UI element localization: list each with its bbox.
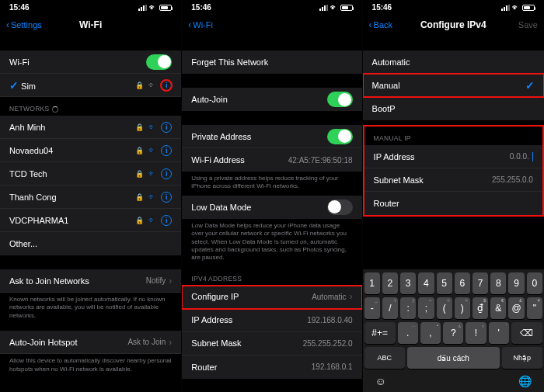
- autojoin-toggle[interactable]: [327, 92, 353, 107]
- check-icon: ✓: [525, 79, 535, 92]
- key-backspace[interactable]: ⌫: [511, 322, 542, 344]
- navbar: ‹Back Configure IPv4 Save: [363, 13, 544, 36]
- networks-header: NETWORKS: [0, 97, 181, 116]
- lock-icon: 🔒: [135, 147, 144, 154]
- lowdata-toggle[interactable]: [327, 199, 353, 215]
- option-manual[interactable]: Manual✓: [363, 74, 544, 97]
- status-bar: 15:46 ᯤ: [0, 0, 181, 13]
- key-symbols[interactable]: #+=: [364, 322, 396, 344]
- ipv4-header: IPV4 ADDRESS: [182, 267, 361, 286]
- info-icon[interactable]: i: [161, 145, 172, 156]
- key[interactable]: 1: [364, 272, 380, 294]
- navbar: ‹Wi-Fi: [182, 13, 361, 36]
- back-button[interactable]: ‹Settings: [6, 19, 42, 30]
- network-row[interactable]: Thanh Cong🔒ᯤi: [0, 186, 181, 209]
- lowdata-row[interactable]: Low Data Mode: [182, 196, 361, 219]
- option-bootp[interactable]: BootP: [363, 97, 544, 120]
- wifi-toggle-row[interactable]: Wi-Fi: [0, 50, 181, 74]
- save-button[interactable]: Save: [518, 20, 538, 29]
- network-row[interactable]: VDCPHARMA1🔒ᯤi: [0, 209, 181, 232]
- key[interactable]: 0: [527, 272, 542, 294]
- key[interactable]: ~;: [418, 297, 434, 319]
- key[interactable]: ¿?: [443, 322, 463, 344]
- check-icon: ✓: [9, 79, 19, 92]
- info-icon[interactable]: i: [161, 192, 172, 203]
- private-note: Using a private address helps reduce tra…: [182, 172, 361, 196]
- status-time: 15:46: [9, 3, 30, 12]
- network-row[interactable]: Anh Minh🔒ᯤi: [0, 116, 181, 139]
- key[interactable]: €&: [490, 297, 506, 319]
- key[interactable]: 6: [455, 272, 470, 294]
- key[interactable]: 2: [382, 272, 398, 294]
- subnet-field[interactable]: Subnet Mask255.255.0.0: [364, 168, 542, 192]
- key-space[interactable]: dấu cách: [407, 347, 500, 369]
- connected-network-row[interactable]: ✓ Sim 🔒 ᯤ i: [0, 74, 181, 97]
- configure-ip-row[interactable]: Configure IP Automatic›: [182, 286, 361, 309]
- keyboard[interactable]: 1234567890 _-\/|:~;<(>)$₫€&£@¥" #+= ….•,…: [363, 269, 544, 392]
- key[interactable]: |:: [400, 297, 416, 319]
- key[interactable]: 3: [400, 272, 416, 294]
- wifi-icon: ᯤ: [148, 169, 156, 178]
- key[interactable]: 8: [490, 272, 506, 294]
- forget-network-row[interactable]: Forget This Network: [182, 50, 361, 74]
- key[interactable]: _-: [364, 297, 380, 319]
- key[interactable]: ’': [489, 322, 509, 344]
- spinner-icon: [52, 106, 58, 113]
- back-button[interactable]: ‹Wi-Fi: [188, 19, 213, 30]
- key[interactable]: >): [455, 297, 470, 319]
- network-name: Anh Minh: [9, 123, 45, 132]
- option-automatic[interactable]: Automatic: [363, 50, 544, 74]
- page-title: Wi-Fi: [79, 19, 102, 30]
- lock-icon: 🔒: [135, 193, 144, 201]
- globe-key[interactable]: 🌐: [518, 375, 532, 387]
- network-row[interactable]: TCD Tech🔒ᯤi: [0, 162, 181, 186]
- key-abc[interactable]: ABC: [364, 347, 405, 369]
- lowdata-note: Low Data Mode helps reduce your iPhone d…: [182, 219, 361, 267]
- wifi-icon: ᯤ: [148, 81, 156, 89]
- info-icon[interactable]: i: [161, 80, 172, 91]
- other-network-row[interactable]: Other...: [0, 232, 181, 255]
- autojoin-hotspot-row[interactable]: Auto-Join Hotspot Ask to Join›: [0, 331, 181, 354]
- wifi-icon: ᯤ: [148, 123, 156, 131]
- key[interactable]: <(: [437, 297, 452, 319]
- info-icon[interactable]: i: [161, 122, 172, 133]
- key[interactable]: 7: [473, 272, 488, 294]
- emoji-key[interactable]: ☺: [375, 375, 386, 387]
- battery-icon: [159, 5, 172, 11]
- info-icon[interactable]: i: [161, 215, 172, 226]
- navbar: ‹Settings Wi-Fi: [0, 13, 181, 36]
- private-address-row[interactable]: Private Address: [182, 125, 361, 148]
- wifi-icon: ᯤ: [148, 193, 156, 201]
- ip-address-row: IP Address192.168.0.40: [182, 309, 361, 332]
- manual-ip-header: MANUAL IP: [364, 127, 542, 145]
- key[interactable]: ¡!: [466, 322, 486, 344]
- ask-join-row[interactable]: Ask to Join Networks Notify›: [0, 269, 181, 293]
- key[interactable]: ¥": [527, 297, 542, 319]
- key[interactable]: $₫: [473, 297, 488, 319]
- wifi-toggle[interactable]: [146, 54, 172, 70]
- key[interactable]: 9: [508, 272, 524, 294]
- network-name: Thanh Cong: [9, 193, 57, 202]
- lock-icon: 🔒: [135, 170, 144, 178]
- network-row[interactable]: Novaedu04🔒ᯤi: [0, 139, 181, 162]
- key[interactable]: £@: [508, 297, 524, 319]
- subnet-row: Subnet Mask255.255.252.0: [182, 332, 361, 356]
- router-field[interactable]: Router: [364, 192, 542, 215]
- back-button[interactable]: ‹Back: [369, 19, 392, 30]
- key[interactable]: ….: [398, 322, 418, 344]
- status-bar: 15:46 ᯤ: [363, 0, 544, 13]
- wifi-small-icon: ᯤ: [149, 3, 157, 12]
- autojoin-row[interactable]: Auto-Join: [182, 88, 361, 111]
- private-address-toggle[interactable]: [327, 129, 353, 144]
- key[interactable]: •,: [420, 322, 441, 344]
- screen-network-detail: 15:46 ᯤ ‹Wi-Fi Forget This Network Auto-…: [181, 0, 362, 392]
- ip-address-field[interactable]: IP Address 0.0.0.: [364, 145, 542, 168]
- key[interactable]: \/: [382, 297, 398, 319]
- key-enter[interactable]: Nhập: [502, 347, 542, 369]
- key[interactable]: 5: [437, 272, 452, 294]
- screen-configure-ipv4: 15:46 ᯤ ‹Back Configure IPv4 Save Automa…: [363, 0, 544, 392]
- info-icon[interactable]: i: [161, 168, 172, 179]
- key[interactable]: 4: [418, 272, 434, 294]
- page-title: Configure IPv4: [420, 19, 486, 30]
- lock-icon: 🔒: [135, 82, 144, 89]
